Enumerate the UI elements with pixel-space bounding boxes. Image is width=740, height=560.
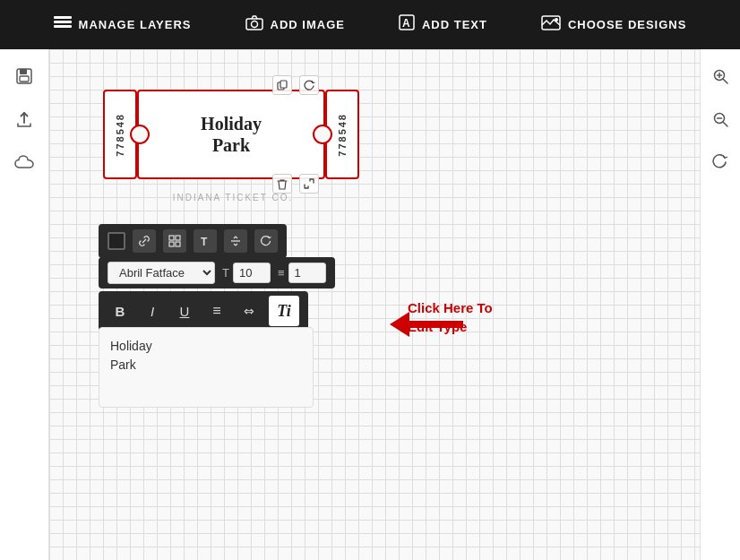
edit-text-line2: Park: [110, 356, 302, 375]
text-format-toolbar: T: [99, 224, 287, 258]
left-sidebar: [0, 49, 49, 560]
ticket-title-line2: Park: [212, 135, 250, 155]
svg-rect-15: [176, 236, 180, 240]
choose-designs-button[interactable]: CHOOSE DESIGNS: [541, 15, 686, 35]
manage-layers-button[interactable]: MANAGE LAYERS: [54, 14, 192, 35]
rotate-button[interactable]: [299, 75, 319, 95]
font-toolbar: Abril Fatface T 10 ≡ 1: [99, 257, 335, 289]
color-picker[interactable]: [108, 232, 125, 250]
top-toolbar: MANAGE LAYERS ADD IMAGE A ADD TEXT: [0, 0, 740, 49]
svg-rect-16: [169, 242, 174, 246]
annotation: Click Here To Edit Type: [390, 287, 463, 337]
zoom-in-button[interactable]: [707, 63, 734, 90]
ticket-controls-top: [272, 75, 319, 95]
bold-button[interactable]: B: [108, 298, 133, 323]
link-btn[interactable]: [133, 229, 156, 253]
ticket-content: Holiday Park: [139, 113, 323, 156]
annotation-line1: Click Here To: [408, 298, 493, 317]
svg-rect-1: [54, 21, 72, 23]
align-button[interactable]: ≡: [204, 298, 229, 323]
italic-button[interactable]: I: [140, 298, 165, 323]
copy-button[interactable]: [272, 75, 292, 95]
resize-button[interactable]: [299, 174, 319, 194]
manage-layers-label: MANAGE LAYERS: [79, 18, 192, 31]
font-size-value: 10: [239, 266, 252, 280]
grid-btn[interactable]: [163, 229, 186, 253]
cloud-button[interactable]: [11, 149, 38, 176]
add-image-label: ADD IMAGE: [271, 18, 345, 31]
reset-button[interactable]: [707, 149, 734, 176]
format-toolbar: B I U ≡ ⇔ Ti: [99, 291, 308, 331]
designs-icon: [541, 15, 561, 35]
main-area: 778548: [0, 49, 740, 560]
canvas-area[interactable]: 778548: [49, 49, 700, 560]
underline-button[interactable]: U: [172, 298, 197, 323]
delete-button[interactable]: [272, 174, 292, 194]
edit-text-line1: Holiday: [110, 337, 302, 356]
svg-rect-14: [169, 236, 174, 240]
svg-point-8: [555, 18, 558, 22]
spacing-button[interactable]: ⇔: [237, 298, 262, 323]
ticket-title: Holiday Park: [139, 113, 323, 156]
svg-rect-2: [54, 16, 72, 19]
svg-rect-13: [280, 81, 287, 88]
font-family-select[interactable]: Abril Fatface: [108, 262, 215, 284]
add-text-label: ADD TEXT: [422, 18, 487, 31]
camera-icon: [245, 15, 263, 35]
stub-right-text: 778548: [337, 113, 348, 157]
edit-type-button[interactable]: Ti: [269, 296, 299, 326]
add-text-button[interactable]: A ADD TEXT: [399, 14, 487, 35]
line-spacing-box[interactable]: 1: [288, 263, 326, 283]
svg-point-4: [251, 21, 257, 27]
stub-left-text: 778548: [115, 113, 125, 157]
svg-rect-0: [54, 25, 72, 28]
save-button[interactable]: [11, 63, 38, 90]
right-sidebar: [700, 49, 740, 560]
ticket-label: INDIANA TICKET CO.: [103, 193, 363, 202]
ticket-controls-bottom: [272, 174, 319, 194]
annotation-text: Click Here To Edit Type: [408, 298, 493, 336]
font-size-box[interactable]: 10: [233, 263, 271, 283]
text-edit-area[interactable]: Holiday Park: [99, 327, 314, 408]
svg-rect-11: [20, 76, 29, 82]
arrow-head: [390, 312, 409, 337]
ticket-body[interactable]: Holiday Park: [137, 90, 325, 179]
valign-btn[interactable]: [224, 229, 247, 253]
svg-text:T: T: [201, 236, 208, 247]
svg-rect-17: [176, 242, 180, 246]
add-image-button[interactable]: ADD IMAGE: [245, 15, 345, 35]
refresh-btn[interactable]: [254, 229, 278, 253]
svg-line-25: [723, 122, 727, 126]
upload-button[interactable]: [11, 106, 38, 133]
svg-rect-10: [20, 69, 27, 74]
svg-text:A: A: [402, 17, 411, 30]
svg-line-21: [723, 79, 727, 83]
font-size-icon: T: [222, 266, 229, 280]
ticket-wrapper: 778548: [103, 90, 359, 179]
layers-icon: [54, 14, 72, 35]
arrow-body: [409, 321, 463, 328]
edit-type-label: Ti: [277, 302, 290, 321]
ticket-title-line1: Holiday: [201, 114, 262, 134]
text-btn[interactable]: T: [194, 229, 217, 253]
line-spacing-value: 1: [295, 266, 301, 280]
zoom-out-button[interactable]: [707, 106, 734, 133]
choose-designs-label: CHOOSE DESIGNS: [568, 18, 686, 31]
text-icon: A: [399, 14, 415, 35]
line-spacing-icon: ≡: [278, 266, 285, 280]
